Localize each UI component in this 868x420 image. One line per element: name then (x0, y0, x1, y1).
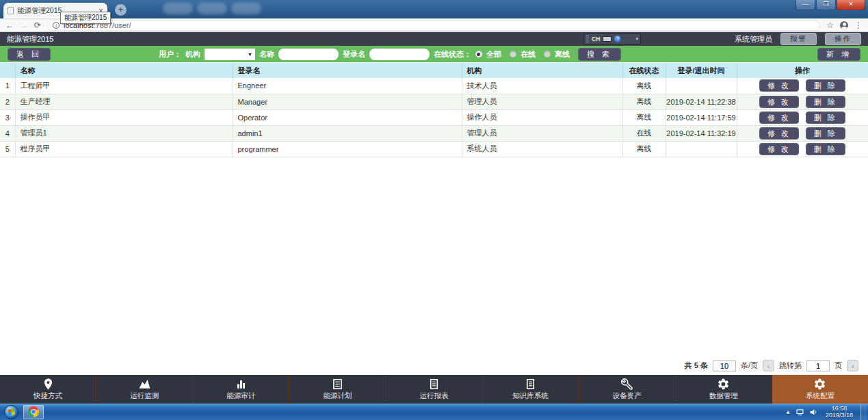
header-status: 在线状态 (622, 63, 666, 78)
site-info-icon[interactable]: i (53, 22, 60, 29)
status-label: 在线状态： (434, 49, 471, 60)
modify-button[interactable]: 修 改 (759, 96, 799, 108)
cell-login: Manager (233, 94, 462, 109)
back-icon[interactable]: ← (5, 21, 14, 30)
cell-time: 2019-02-14 11:17:59 (666, 109, 737, 125)
chevron-down-icon: ▼ (248, 52, 252, 57)
operate-button[interactable]: 操作 (825, 33, 861, 45)
aero-glass-highlight (231, 3, 261, 14)
nav-label: 运行监测 (130, 391, 159, 401)
show-desktop-button[interactable] (860, 404, 867, 420)
nav-item-data-management[interactable]: 数据管理 (676, 375, 772, 404)
page-suffix-label: 页 (834, 360, 842, 371)
cell-status: 离线 (622, 141, 666, 157)
nav-label: 能源计划 (323, 391, 352, 401)
reload-icon[interactable]: ⟳ (34, 21, 41, 30)
bookmark-star-icon[interactable]: ☆ (826, 21, 834, 30)
wrench-icon (620, 378, 633, 391)
window-minimize-button[interactable]: — (795, 0, 815, 10)
start-button[interactable] (4, 405, 18, 419)
network-icon[interactable] (795, 408, 804, 417)
nav-item-system-config[interactable]: 系统配置 (772, 375, 868, 404)
delete-button[interactable]: 删 除 (806, 127, 845, 140)
keyboard-icon[interactable] (603, 36, 611, 42)
nav-item-monitoring[interactable]: 运行监测 (96, 375, 193, 404)
area-chart-icon (138, 378, 151, 391)
table-header-row: 名称 登录名 机构 在线状态 登录/退出时间 操作 (0, 63, 868, 78)
modify-button[interactable]: 修 改 (759, 79, 799, 92)
gear-icon (813, 378, 826, 391)
user-filter-group: 用户： 机构 ▼ 名称 登录名 在线状态： 全部 在线 离线 搜 索 (159, 48, 621, 61)
total-count-label: 共 5 条 (685, 360, 708, 371)
back-button[interactable]: 返 回 (8, 48, 51, 61)
nav-label: 知识库系统 (512, 391, 549, 401)
name-input[interactable] (278, 49, 339, 60)
row-number: 2 (0, 94, 15, 109)
cell-name: 生产经理 (15, 94, 233, 109)
radio-offline-label[interactable]: 离线 (555, 49, 570, 60)
page-size-input[interactable] (713, 360, 736, 371)
delete-button[interactable]: 删 除 (806, 96, 845, 108)
header-time: 登录/退出时间 (666, 63, 737, 78)
taskbar-chrome-button[interactable] (23, 405, 44, 419)
login-input[interactable] (369, 49, 430, 60)
cell-name: 程序员甲 (15, 141, 233, 157)
tray-time: 16:58 (826, 405, 853, 412)
user-label: 用户： (159, 49, 181, 60)
header-org: 机构 (462, 63, 622, 78)
modify-button[interactable]: 修 改 (759, 143, 799, 155)
speaker-icon[interactable] (809, 408, 818, 417)
browser-menu-icon[interactable]: ⋮ (854, 21, 863, 30)
login-label: 登录名 (343, 49, 365, 60)
prev-page-button[interactable]: ‹ (763, 360, 774, 371)
address-bar[interactable]: i localhost:7887/user/ (47, 20, 820, 31)
header-rownum (0, 63, 15, 78)
delete-button[interactable]: 删 除 (806, 79, 845, 92)
ime-language-bar[interactable]: CH ? ▾ (583, 34, 641, 44)
window-maximize-button[interactable]: ❐ (816, 0, 836, 10)
row-number: 5 (0, 141, 15, 157)
new-tab-button[interactable]: + (115, 4, 127, 16)
radio-online[interactable] (510, 51, 516, 57)
modify-button[interactable]: 修 改 (759, 111, 799, 124)
nav-item-run-report[interactable]: 运行报表 (386, 375, 482, 404)
cell-name: 工程师甲 (15, 78, 233, 94)
search-button[interactable]: 搜 索 (578, 48, 621, 61)
modify-button[interactable]: 修 改 (759, 127, 799, 140)
nav-item-energy-audit[interactable]: 能源审计 (193, 375, 289, 404)
add-button[interactable]: 新 增 (817, 48, 860, 61)
cell-login: Operator (233, 109, 462, 125)
aero-glass-highlight (197, 3, 227, 14)
page-number-input[interactable] (806, 360, 830, 371)
forward-icon[interactable]: → (20, 21, 28, 30)
ime-language-label[interactable]: CH (592, 36, 600, 42)
table-row: 1 工程师甲 Engneer 技术人员 离线 修 改删 除 (0, 78, 868, 94)
radio-offline[interactable] (544, 51, 551, 57)
app-title: 能源管理2015 (7, 34, 53, 44)
cell-org: 管理人员 (462, 94, 622, 109)
filter-bar: 返 回 用户： 机构 ▼ 名称 登录名 在线状态： 全部 在线 离线 搜 索 新… (0, 46, 868, 63)
nav-item-shortcuts[interactable]: 快捷方式 (0, 375, 96, 404)
ime-options-icon[interactable]: ▾ (635, 36, 638, 42)
window-close-button[interactable]: ✕ (837, 0, 865, 10)
cell-time (666, 78, 737, 94)
nav-item-equipment-assets[interactable]: 设备资产 (579, 375, 676, 404)
radio-all[interactable] (475, 51, 482, 57)
alarm-button[interactable]: 报警 (780, 33, 817, 45)
user-table: 名称 登录名 机构 在线状态 登录/退出时间 操作 1 工程师甲 Engneer… (0, 63, 868, 157)
ime-drag-handle-icon[interactable] (586, 36, 589, 42)
nav-item-energy-plan[interactable]: 能源计划 (289, 375, 386, 404)
radio-online-label[interactable]: 在线 (521, 49, 536, 60)
next-page-button[interactable]: › (847, 360, 858, 371)
taskbar-clock[interactable]: 16:58 2019/3/18 (823, 405, 856, 419)
nav-item-knowledge-base[interactable]: 知识库系统 (483, 375, 579, 404)
radio-all-label[interactable]: 全部 (486, 49, 501, 60)
org-select[interactable]: ▼ (205, 49, 255, 60)
cell-org: 系统人员 (462, 141, 622, 157)
profile-avatar-icon[interactable] (840, 21, 848, 29)
aero-glass-highlight (163, 3, 193, 14)
delete-button[interactable]: 删 除 (806, 143, 845, 155)
ime-help-icon[interactable]: ? (614, 36, 621, 42)
tray-expand-icon[interactable]: ▲ (785, 409, 791, 415)
delete-button[interactable]: 删 除 (806, 111, 845, 124)
